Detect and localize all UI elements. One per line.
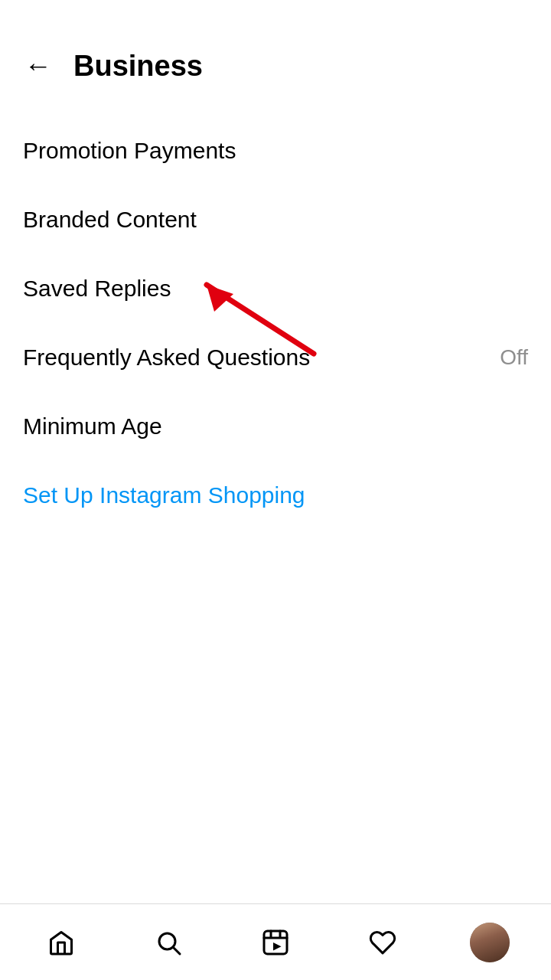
menu-item-label: Set Up Instagram Shopping: [23, 482, 305, 508]
nav-profile[interactable]: [452, 920, 528, 965]
menu-item-promotion-payments[interactable]: Promotion Payments: [0, 116, 551, 185]
nav-activity[interactable]: [344, 920, 421, 965]
header: ← Business: [0, 0, 551, 101]
page-title: Business: [73, 50, 203, 83]
reels-icon: [262, 929, 289, 956]
menu-item-instagram-shopping[interactable]: Set Up Instagram Shopping: [0, 461, 551, 530]
nav-search[interactable]: [130, 920, 207, 965]
menu-item-faq[interactable]: Frequently Asked Questions Off: [0, 323, 551, 392]
menu-item-label: Promotion Payments: [23, 138, 236, 164]
menu-item-value: Off: [500, 345, 528, 370]
avatar-image: [470, 923, 510, 962]
heart-icon: [369, 929, 396, 956]
menu-item-label: Branded Content: [23, 207, 197, 233]
back-button[interactable]: ←: [18, 46, 58, 86]
nav-reels[interactable]: [237, 920, 314, 965]
profile-avatar: [470, 923, 510, 962]
menu-item-label: Saved Replies: [23, 276, 171, 302]
nav-home[interactable]: [23, 920, 99, 965]
search-icon: [155, 929, 182, 956]
back-arrow-icon: ←: [24, 52, 52, 80]
menu-item-saved-replies[interactable]: Saved Replies: [0, 254, 551, 323]
menu-item-label: Minimum Age: [23, 413, 162, 439]
menu-list: Promotion Payments Branded Content Saved…: [0, 101, 551, 629]
home-icon: [47, 929, 75, 956]
svg-line-3: [174, 947, 180, 953]
svg-rect-4: [264, 931, 287, 954]
svg-marker-5: [273, 942, 282, 951]
menu-item-minimum-age[interactable]: Minimum Age: [0, 392, 551, 461]
menu-item-label: Frequently Asked Questions: [23, 345, 310, 371]
bottom-nav: [0, 903, 551, 980]
menu-item-branded-content[interactable]: Branded Content: [0, 185, 551, 254]
